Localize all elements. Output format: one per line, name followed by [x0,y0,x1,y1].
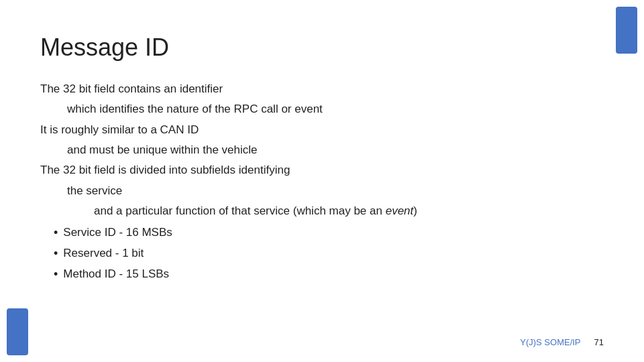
slide: Message ID The 32 bit field contains an … [0,0,644,362]
bullet-dot-2: • [54,245,58,263]
footer-page: 71 [594,337,604,347]
slide-footer: Y(J)S SOME/IP 71 [520,337,604,347]
bullet-dot-1: • [54,224,58,243]
para1-line1: The 32 bit field contains an identifier [40,80,604,98]
footer-brand: Y(J)S SOME/IP [520,337,580,347]
para3-italic: event [386,204,414,217]
bullet-dot-3: • [54,265,58,284]
bullet-text-3: Method ID - 15 LSBs [63,265,169,283]
bullet-item-2: • Reserved - 1 bit [54,245,604,263]
para2-line1: It is roughly similar to a CAN ID [40,121,604,139]
bullet-text-2: Reserved - 1 bit [63,245,144,262]
corner-decoration-top-right [616,7,637,54]
para2-line2: and must be unique within the vehicle [67,141,604,159]
para1-line2: which identifies the nature of the RPC c… [67,101,604,118]
bullet-list: • Service ID - 16 MSBs • Reserved - 1 bi… [54,224,604,284]
para3-line2: the service [67,182,604,200]
para3-line1: The 32 bit field is divided into subfiel… [40,162,604,179]
bullet-text-1: Service ID - 16 MSBs [63,224,172,241]
bullet-item-1: • Service ID - 16 MSBs [54,224,604,243]
slide-title: Message ID [40,34,604,62]
slide-content: The 32 bit field contains an identifier … [40,80,604,284]
para3-line3: and a particular function of that servic… [94,202,604,220]
corner-decoration-bottom-left [7,308,28,355]
bullet-item-3: • Method ID - 15 LSBs [54,265,604,284]
